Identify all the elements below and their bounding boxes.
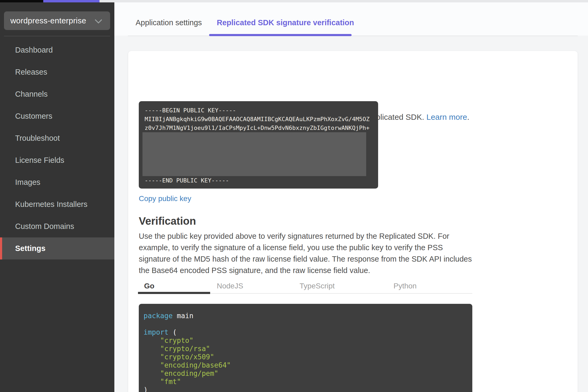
public-key-block: -----BEGIN PUBLIC KEY----- MIIBIjANBgkqh… <box>139 101 378 189</box>
code-import-close-paren: ) <box>144 386 148 392</box>
sidebar-item-releases[interactable]: Releases <box>0 61 114 83</box>
chevron-down-icon <box>95 16 102 24</box>
sidebar-nav: Dashboard Releases Channels Customers Tr… <box>0 39 114 259</box>
code-tabs-active-underline <box>138 292 210 294</box>
settings-card: Signature verification is only applicabl… <box>128 51 578 392</box>
code-tab-typescript[interactable]: TypeScript <box>300 282 335 290</box>
code-keyword-package: package <box>144 312 173 320</box>
tab-bar-border <box>128 36 578 36</box>
main-content: Application settings Replicated SDK sign… <box>114 2 588 392</box>
code-import-crypto: "crypto" <box>144 336 193 344</box>
copy-public-key-link[interactable]: Copy public key <box>139 194 191 203</box>
learn-more-link[interactable]: Learn more <box>426 113 467 121</box>
code-tab-nodejs[interactable]: NodeJS <box>217 282 243 290</box>
pk-redacted-region <box>142 132 366 176</box>
top-strip-black-segment <box>0 0 43 2</box>
sidebar-item-channels[interactable]: Channels <box>0 83 114 105</box>
sidebar-item-settings[interactable]: Settings <box>0 237 114 259</box>
tab-application-settings[interactable]: Application settings <box>136 18 202 27</box>
sidebar: wordpress-enterprise Dashboard Releases … <box>0 2 114 392</box>
sidebar-item-dashboard[interactable]: Dashboard <box>0 39 114 61</box>
top-strip-purple-segment <box>43 0 100 2</box>
app-switcher-selected-app: wordpress-enterprise <box>4 16 86 25</box>
top-strip-gray-segment <box>100 0 588 2</box>
sidebar-item-license-fields[interactable]: License Fields <box>0 149 114 171</box>
go-code-block: package main import ( "crypto" "crypto/r… <box>139 304 472 392</box>
sidebar-item-kubernetes-installers[interactable]: Kubernetes Installers <box>0 193 114 215</box>
pk-begin-line: -----BEGIN PUBLIC KEY----- <box>145 107 236 114</box>
code-tab-go[interactable]: Go <box>144 282 154 290</box>
sidebar-item-images[interactable]: Images <box>0 171 114 193</box>
pk-base64-line-2: z0v7Jh7M1NgV1joeu9l1/IaCPsMpyIcL+Dnw5Pdv… <box>145 125 370 131</box>
pk-end-line: -----END PUBLIC KEY----- <box>145 177 229 184</box>
code-import-crypto-rsa: "crypto/rsa" <box>144 345 210 353</box>
app-switcher-dropdown[interactable]: wordpress-enterprise <box>4 11 110 30</box>
tab-sdk-signature-verification[interactable]: Replicated SDK signature verification <box>217 18 354 27</box>
code-keyword-import: import <box>144 328 168 336</box>
code-import-encoding-base64: "encoding/base64" <box>144 361 231 369</box>
sidebar-item-troubleshoot[interactable]: Troubleshoot <box>0 127 114 149</box>
active-tab-underline <box>209 34 352 36</box>
code-import-encoding-pem: "encoding/pem" <box>144 369 218 377</box>
pk-base64-line-1: MIIBIjANBgkqhkiG9w0BAQEFAAOCAQ8AMIIBCgKC… <box>145 116 370 122</box>
code-tab-python[interactable]: Python <box>394 282 417 290</box>
code-import-crypto-x509: "crypto/x509" <box>144 353 214 361</box>
verification-description: Use the public key provided above to ver… <box>139 231 476 276</box>
sidebar-item-customers[interactable]: Customers <box>0 105 114 127</box>
sidebar-divider <box>4 36 110 36</box>
active-item-accent-bar <box>0 237 2 259</box>
verification-heading: Verification <box>139 215 196 227</box>
code-import-fmt: "fmt" <box>144 378 181 386</box>
app-window: wordpress-enterprise Dashboard Releases … <box>0 0 588 392</box>
sidebar-item-custom-domains[interactable]: Custom Domains <box>0 215 114 237</box>
